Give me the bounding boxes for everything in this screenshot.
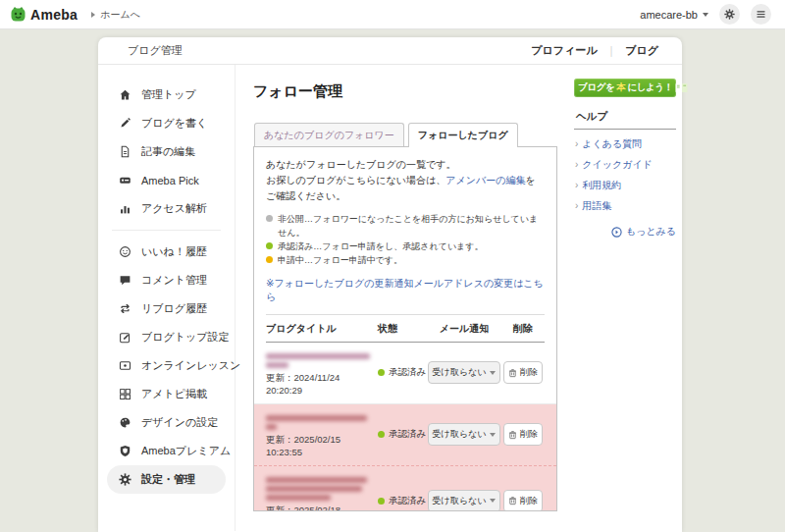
status-dot-icon bbox=[378, 498, 385, 505]
sidebar-item-ametopi[interactable]: アメトピ掲載 bbox=[98, 380, 235, 408]
ameba-mascot-icon bbox=[10, 6, 26, 23]
sidebar-item-label: ブログを書く bbox=[141, 116, 207, 131]
sidebar-item-label: コメント管理 bbox=[141, 273, 207, 288]
mail-notification-dropdown[interactable]: 受け取らない bbox=[428, 490, 501, 511]
status-label: 承認済み bbox=[389, 495, 426, 507]
menu-button[interactable] bbox=[751, 4, 771, 25]
settings-gear-button[interactable] bbox=[719, 4, 740, 25]
link-separator: ｜ bbox=[605, 43, 616, 58]
chart-icon bbox=[119, 202, 131, 215]
sidebar-item-label: 記事の編集 bbox=[141, 144, 195, 159]
sidebar-item-label: Ameba Pick bbox=[141, 175, 199, 186]
help-link-terms[interactable]: › 利用規約 bbox=[575, 179, 676, 192]
status-badge: 承認済み bbox=[378, 495, 427, 507]
delete-button-label: 削除 bbox=[520, 428, 538, 441]
status-label: 承認済み bbox=[389, 366, 426, 379]
sidebar-item-edit-articles[interactable]: 記事の編集 bbox=[98, 137, 235, 166]
mail-dropdown-label: 受け取らない bbox=[433, 428, 487, 441]
delete-button[interactable]: 削除 bbox=[503, 490, 543, 511]
edit-icon bbox=[119, 331, 131, 344]
tab-followers[interactable]: あなたのブログのフォロワー bbox=[254, 123, 404, 146]
help-link-quick-guide[interactable]: › クイックガイド bbox=[575, 158, 676, 172]
chevron-down-icon bbox=[490, 499, 496, 503]
blurred-blog-title[interactable] bbox=[266, 486, 362, 492]
help-title: ヘルプ bbox=[576, 110, 676, 124]
sidebar-item-online-lesson[interactable]: オンラインレッスン bbox=[98, 351, 235, 380]
grid-icon bbox=[119, 388, 131, 400]
sidebar-item-design-settings[interactable]: デザインの設定 bbox=[98, 408, 235, 437]
see-more-label: もっとみる bbox=[626, 225, 676, 239]
hamburger-menu-icon bbox=[756, 9, 766, 20]
blurred-blog-title[interactable] bbox=[266, 353, 370, 359]
blurred-blog-title[interactable] bbox=[266, 495, 331, 501]
chevron-right-icon: › bbox=[575, 138, 578, 149]
book-icon bbox=[675, 82, 688, 93]
sidebar-item-likes-history[interactable]: いいね！履歴 bbox=[98, 238, 235, 266]
tab-bar: あなたのブログのフォロワーフォローしたブログ bbox=[254, 123, 557, 146]
help-link-label: よくある質問 bbox=[582, 137, 642, 151]
see-more-link[interactable]: もっとみる bbox=[574, 225, 676, 239]
sidebar-item-access-analysis[interactable]: アクセス解析 bbox=[98, 194, 235, 223]
delete-button[interactable]: 削除 bbox=[503, 361, 543, 384]
legend-item: 承認済み…フォロー申請をし、承認されています。 bbox=[266, 240, 545, 254]
amember-edit-link[interactable]: アメンバーの編集 bbox=[445, 175, 525, 186]
mail-notification-dropdown[interactable]: 受け取らない bbox=[428, 423, 501, 446]
sidebar-item-manage-top[interactable]: 管理トップ bbox=[98, 80, 235, 109]
blog-link[interactable]: ブログ bbox=[625, 43, 658, 58]
reblog-icon bbox=[119, 302, 131, 315]
smiley-icon bbox=[119, 245, 131, 258]
blurred-blog-title[interactable] bbox=[266, 415, 367, 421]
tab-following[interactable]: フォローしたブログ bbox=[408, 123, 518, 147]
card-title: ブログ管理 bbox=[128, 43, 183, 58]
legend-item: 非公開…フォロワーになったことを相手の方にお知らせしていません。 bbox=[266, 213, 545, 240]
profile-link[interactable]: プロフィール bbox=[531, 43, 597, 58]
following-panel: あなたがフォローしたブログの一覧です。 お探しのブログがこちらにない場合は、アメ… bbox=[253, 146, 557, 511]
sidebar-item-settings-management[interactable]: 設定・管理 bbox=[107, 465, 226, 494]
trash-icon bbox=[508, 368, 517, 378]
blurred-blog-title[interactable] bbox=[266, 424, 277, 430]
blurred-blog-title[interactable] bbox=[266, 362, 288, 368]
column-header-mail: メール通知 bbox=[427, 322, 501, 336]
legend-dot-icon bbox=[266, 256, 273, 263]
brand-logo-text[interactable]: Ameba bbox=[30, 7, 78, 23]
status-label: 承認済み bbox=[389, 428, 426, 441]
topbar: Ameba ホームへ amecare-bb bbox=[0, 0, 785, 29]
blurred-blog-title[interactable] bbox=[266, 477, 367, 483]
sidebar-item-reblog-history[interactable]: リブログ履歴 bbox=[98, 294, 235, 323]
shield-icon bbox=[119, 445, 131, 457]
delete-button-label: 削除 bbox=[520, 495, 538, 507]
sidebar-item-comment-management[interactable]: コメント管理 bbox=[98, 266, 235, 294]
followed-blog-list: 更新：2024/11/24 20:20:29 承認済み 受け取らない 削除 更新… bbox=[266, 343, 545, 511]
trash-icon bbox=[508, 430, 517, 440]
comment-icon bbox=[119, 274, 131, 287]
delete-button[interactable]: 削除 bbox=[503, 423, 543, 446]
mail-notification-dropdown[interactable]: 受け取らない bbox=[428, 361, 501, 384]
help-link-faq[interactable]: › よくある質問 bbox=[575, 137, 676, 151]
sidebar-divider bbox=[112, 230, 221, 231]
sidebar-item-label: ブログトップ設定 bbox=[141, 330, 230, 345]
mail-address-change-link[interactable]: ※フォローしたブログの更新通知メールアドレスの変更はこちら bbox=[266, 278, 544, 302]
chevron-right-icon: › bbox=[575, 159, 578, 170]
table-row: 更新：2025/02/18 19:28:09 承認済み 受け取らない 削除 bbox=[254, 466, 556, 511]
help-link-glossary[interactable]: › 用語集 bbox=[575, 199, 676, 213]
blog-to-book-banner[interactable]: ブログを本にしよう！ bbox=[574, 79, 676, 97]
breadcrumb-home-link[interactable]: ホームへ bbox=[91, 8, 140, 22]
chevron-down-icon bbox=[703, 13, 708, 17]
page-title: フォロー管理 bbox=[253, 82, 557, 101]
arrow-circle-icon bbox=[611, 227, 622, 238]
sidebar-item-blog-top-settings[interactable]: ブログトップ設定 bbox=[98, 323, 235, 351]
status-dot-icon bbox=[378, 431, 385, 438]
screen: Ameba ホームへ amecare-bb bbox=[0, 0, 785, 532]
legend-label: 申請中…フォロー申請中です。 bbox=[278, 254, 402, 268]
chevron-right-icon: › bbox=[575, 180, 578, 190]
table-header: ブログタイトル 状態 メール通知 削除 bbox=[266, 314, 545, 343]
sidebar-nav: 管理トップブログを書く記事の編集Ameba Pickアクセス解析いいね！履歴コメ… bbox=[98, 65, 236, 531]
sidebar-item-ameba-premium[interactable]: Amebaプレミアム bbox=[98, 437, 235, 465]
sidebar-item-label: デザインの設定 bbox=[141, 415, 218, 430]
sidebar-item-write-blog[interactable]: ブログを書く bbox=[98, 109, 235, 137]
gear-icon bbox=[119, 473, 131, 486]
sidebar-item-ameba-pick[interactable]: Ameba Pick bbox=[98, 166, 235, 194]
account-menu[interactable]: amecare-bb bbox=[640, 9, 708, 21]
banner-text-pre: ブログを bbox=[578, 81, 614, 94]
breadcrumb-arrow-icon bbox=[91, 12, 95, 18]
